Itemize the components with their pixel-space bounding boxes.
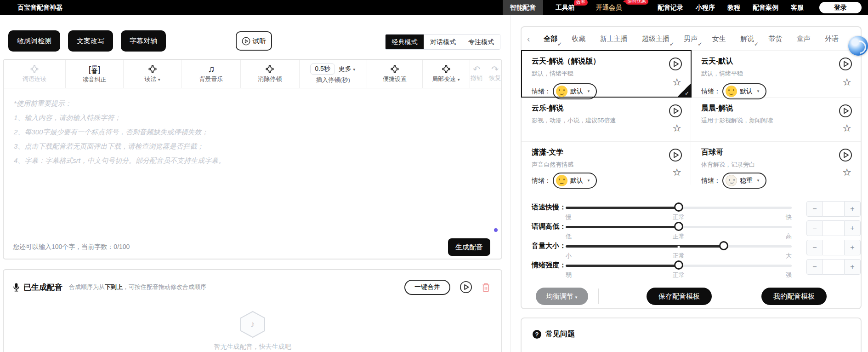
empty-state-text: 暂无生成配音，快去生成吧	[214, 343, 291, 351]
category-child-voice[interactable]: 童声	[796, 35, 811, 43]
emotion-dropdown[interactable]: 默认▼	[553, 83, 597, 99]
merge-all-button[interactable]: 一键合并	[404, 280, 450, 295]
nav-item-customer-service[interactable]: 客服	[791, 0, 804, 15]
nav-item-mini-program[interactable]: 小程序	[696, 0, 715, 15]
pitch-slider-handle[interactable]	[674, 222, 683, 231]
efficiency-badge: 效率	[574, 0, 588, 6]
plus-button[interactable]: +	[844, 240, 861, 255]
tool-insert-pause: 0.5秒 更多▼ 插入停顿(秒)	[300, 60, 367, 88]
login-button[interactable]: 登录	[819, 2, 862, 13]
voice-play-button[interactable]	[839, 104, 852, 118]
category-super-hosts[interactable]: 超级主播✓	[641, 35, 670, 43]
category-narration[interactable]: 解说✓	[739, 35, 755, 43]
voice-card-yunle-jieshuo[interactable]: 云乐-解说 影视，动漫，小说，建议55倍速 ☆	[522, 98, 691, 141]
category-male-voice[interactable]: 男声✓	[683, 35, 698, 43]
plus-button[interactable]: +	[844, 201, 861, 217]
category-all[interactable]: 全部✓	[543, 35, 558, 43]
chevron-left-icon[interactable]: ‹	[527, 34, 530, 44]
volume-slider-track[interactable]	[566, 245, 792, 248]
emotion-dropdown[interactable]: 稳重▼	[722, 173, 766, 189]
pause-more-dropdown[interactable]: 更多▼	[339, 65, 356, 73]
nav-item-toolbox[interactable]: 工具箱效率	[556, 0, 575, 15]
category-ecommerce[interactable]: 带货	[767, 35, 783, 43]
tool-background-music[interactable]: ♫ 背景音乐	[182, 60, 241, 88]
category-new-hosts[interactable]: 新上主播	[599, 35, 629, 43]
category-favorites[interactable]: 收藏	[571, 35, 586, 43]
floating-browser-logo[interactable]	[848, 36, 868, 56]
tab-classic-mode[interactable]: 经典模式	[386, 35, 424, 49]
diamond-icon	[148, 64, 157, 74]
speed-value-input[interactable]	[823, 201, 844, 217]
favorite-star-icon[interactable]: ☆	[842, 167, 851, 178]
generated-header: 已生成配音 合成顺序为从下到上，可按住配音拖动修改合成顺序 一键合并	[4, 270, 501, 295]
tool-pronunciation-fix[interactable]: [ yīn音 ] 读音纠正	[66, 60, 124, 88]
tool-reading-style[interactable]: 读法▼	[124, 60, 182, 88]
nav-item-tutorial[interactable]: 教程	[727, 0, 740, 15]
copy-rewrite-button[interactable]: 文案改写	[68, 30, 113, 52]
preview-listen-button[interactable]: 试听	[236, 31, 272, 51]
balance-adjust-dropdown[interactable]: 均衡调节▼	[536, 288, 588, 305]
plus-button[interactable]: +	[844, 259, 861, 275]
emotion-dropdown[interactable]: 默认▼	[722, 83, 766, 99]
voice-play-button[interactable]	[669, 104, 682, 118]
emotion-dropdown[interactable]: 默认▼	[553, 173, 597, 189]
char-counter: 您还可以输入100个字，当前字数：0/100	[13, 243, 130, 251]
save-template-button[interactable]: 保存配音模板	[647, 288, 712, 305]
divider	[598, 289, 599, 304]
emotion-slider-handle[interactable]	[674, 260, 683, 270]
voice-play-button[interactable]	[669, 148, 682, 162]
nav-item-smart-dubbing[interactable]: 智能配音	[503, 0, 543, 15]
sensitive-word-check-button[interactable]: 敏感词检测	[8, 30, 60, 52]
emotion-slider-track[interactable]	[566, 265, 792, 267]
minus-button[interactable]: −	[806, 259, 823, 275]
emotion-intensity-slider-row: 情绪强度： 弱正常强 − +	[522, 260, 861, 279]
generate-dubbing-button[interactable]: 生成配音	[448, 238, 490, 256]
nav-item-dubbing-history[interactable]: 配音记录	[658, 0, 683, 15]
voice-card-yuntian-moren[interactable]: 云天-默认 默认，情绪平稳 情绪： 默认▼ ☆	[691, 51, 861, 97]
tool-quick-settings[interactable]: 便捷设置	[367, 60, 423, 88]
favorite-star-icon[interactable]: ☆	[672, 167, 681, 178]
minus-button[interactable]: −	[806, 240, 823, 255]
pause-duration-value[interactable]: 0.5秒	[310, 63, 335, 75]
play-all-button[interactable]	[460, 281, 472, 294]
tab-dialogue-mode[interactable]: 对话模式	[424, 35, 462, 49]
favorite-star-icon[interactable]: ☆	[842, 77, 851, 87]
minus-button[interactable]: −	[806, 201, 823, 217]
undo-button[interactable]: ↶撤销	[471, 65, 482, 82]
subtitle-align-button[interactable]: 字幕对轴	[121, 30, 166, 52]
voice-card-xiaoxiao-wenxue[interactable]: 潇潇-文学 声音自然有情感 情绪： 默认▼ ☆	[522, 142, 691, 185]
tool-word-liaison[interactable]: 词语连读	[4, 60, 66, 88]
speed-slider-track[interactable]	[566, 207, 792, 209]
pitch-value-input[interactable]	[823, 220, 844, 236]
category-foreign[interactable]: 外语	[824, 35, 840, 43]
nav-item-membership[interactable]: 开通会员限时优惠	[596, 0, 622, 15]
diamond-icon	[30, 64, 39, 74]
favorite-star-icon[interactable]: ☆	[672, 123, 681, 133]
plus-button[interactable]: +	[844, 220, 861, 236]
pitch-slider-track[interactable]	[566, 226, 792, 228]
nav-item-dubbing-cases[interactable]: 配音案例	[753, 0, 778, 15]
center-mark-dot	[678, 246, 680, 248]
tool-remove-pause[interactable]: 消除停顿	[241, 60, 300, 88]
volume-slider-handle[interactable]	[719, 241, 728, 250]
voice-play-button[interactable]	[839, 57, 852, 71]
speed-slider-handle[interactable]	[674, 202, 683, 212]
script-text-input[interactable]	[4, 89, 501, 227]
voice-card-baiqiuge[interactable]: 百球哥 体育解说，记录旁白 情绪： 稳重▼ ☆	[691, 142, 861, 185]
favorite-star-icon[interactable]: ☆	[842, 123, 851, 133]
drag-handle-dot[interactable]	[494, 228, 498, 232]
my-templates-button[interactable]: 我的配音模板	[761, 288, 827, 305]
tab-focus-mode[interactable]: 专注模式	[462, 35, 500, 49]
minus-button[interactable]: −	[806, 220, 823, 236]
voice-play-button[interactable]	[669, 57, 682, 71]
voice-play-button[interactable]	[839, 148, 852, 162]
voice-card-yuntian-jieshuo[interactable]: 云天-解说（解说版） 默认，情绪平稳 情绪： 默认▼ ☆ ✓	[522, 51, 691, 97]
trash-icon[interactable]	[482, 283, 490, 292]
category-female-voice[interactable]: 女生	[711, 35, 727, 43]
voice-card-chenchen-jieshuo[interactable]: 晨晨-解说 适用于影视解说，新闻阅读 ☆	[691, 98, 861, 141]
check-icon: ✓	[698, 41, 702, 47]
emotion-value-input[interactable]	[823, 259, 844, 275]
redo-button[interactable]: ↷恢复	[489, 65, 501, 82]
tool-local-speed[interactable]: 局部变速▼	[423, 60, 470, 88]
volume-value-input[interactable]	[823, 240, 844, 255]
